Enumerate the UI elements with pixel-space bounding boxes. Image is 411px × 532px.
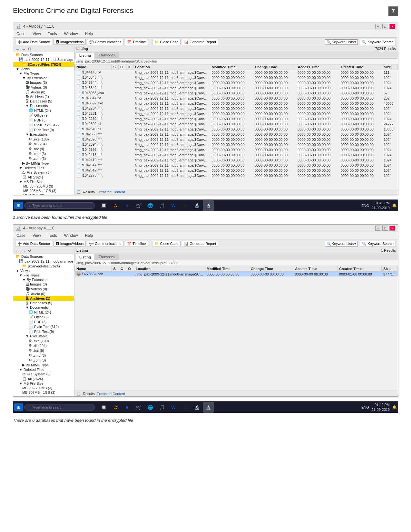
tree-rich-text[interactable]: 📄 Rich Text (9) xyxy=(13,127,74,132)
table-row[interactable]: 📄 f1043814.txt /img_pax-2009-12-11.mdd8-… xyxy=(75,96,398,101)
tree-pdf[interactable]: 📄 PDF (3) xyxy=(13,118,74,122)
tree-mb50[interactable]: MB 50 - 200MB (3) xyxy=(13,184,74,189)
table-row[interactable]: 📄 f1042264.mft /img_pax-2009-12-11.mdd8-… xyxy=(75,106,398,111)
tree-deleted-files-2[interactable]: ▼ Deleted Files xyxy=(13,367,74,372)
table-row[interactable]: 📄 f1042302.dll /img_pax-2009-12-11.mdd8-… xyxy=(75,121,398,127)
tree-audio-2[interactable]: 🎵 Audio (0) xyxy=(13,291,74,296)
col-location-2[interactable]: Location xyxy=(134,266,205,272)
table-row[interactable]: 📄 f1042640.dll /img_pax-2009-12-11.mdd8-… xyxy=(75,127,398,132)
table-row[interactable]: 📄 f1042358.mft /img_pax-2009-12-11.mdd8-… xyxy=(75,132,398,137)
tab-listing-2[interactable]: Listing xyxy=(76,254,94,260)
images-videos-button[interactable]: 🖼 Images/Videos xyxy=(54,39,86,45)
tree-mb203[interactable]: MB 203MB - 1GB (3) xyxy=(13,189,74,193)
tree-cmd[interactable]: ⚙ .cmd (3) xyxy=(13,151,74,156)
taskbar-autopsy-1[interactable]: 🔬 xyxy=(191,200,202,211)
tree-case-folder[interactable]: 💾 pax-2009-12-11.mdd8ammage xyxy=(13,57,74,62)
filter-box-1[interactable]: 🔍 Keyword Lists ▾ xyxy=(325,39,358,45)
tree-by-mime[interactable]: ▶ By MIME Type xyxy=(13,161,74,166)
taskbar-chrome-2[interactable]: 🌐 xyxy=(145,402,156,413)
tree-dll-2[interactable]: ⚙ .dll (294) xyxy=(13,343,74,348)
close-case-button-2[interactable]: 📁 Close Case xyxy=(152,241,181,247)
tree-file-types[interactable]: ▼ File Types xyxy=(13,71,74,76)
menu-tools-1[interactable]: Tools xyxy=(46,31,59,37)
col-name-1[interactable]: Name xyxy=(75,64,112,70)
col-c-2[interactable]: C xyxy=(119,266,126,272)
taskbar-autopsy2-1[interactable]: 🔬 xyxy=(203,200,214,211)
back-button-2[interactable]: ← xyxy=(15,249,21,253)
tree-data-sources-2[interactable]: 📂 Data Sources xyxy=(13,254,74,259)
table-row[interactable]: 📄 f1042281.mft /img_pax-2009-12-11.mdd8-… xyxy=(75,111,398,116)
tree-videos[interactable]: 🎥 Videos (0) xyxy=(13,85,74,90)
tree-plain-text-2[interactable]: 📄 Plain Text (612) xyxy=(13,324,74,329)
tree-file-system-2[interactable]: 🗂 File System (3) xyxy=(13,372,74,376)
taskbar-word-1[interactable]: W xyxy=(168,200,179,211)
tree-documents[interactable]: ▼ Documents xyxy=(13,103,74,108)
table-row[interactable]: 📄 f1043035.java /img_pax-2009-12-11.mdd8… xyxy=(75,91,398,96)
taskbar-cortana-2[interactable]: 🔲 xyxy=(98,402,109,413)
timeline-button-2[interactable]: 📅 Timeline xyxy=(125,241,148,247)
col-created-2[interactable]: Created Time xyxy=(338,266,382,272)
col-c-1[interactable]: C xyxy=(119,64,126,70)
tree-rich-text-2[interactable]: 📄 Rich Text (9) xyxy=(13,329,74,334)
table-row[interactable]: 📄 f1042260.mft /img_pax-2009-12-11.mdd8-… xyxy=(75,116,398,121)
menu-help-2[interactable]: Help xyxy=(83,233,95,238)
minimize-button-2[interactable]: − xyxy=(375,226,381,231)
table-row-cab[interactable]: 📦 f0273664.cab /img_pax-2009-12-11.mdd8-… xyxy=(75,272,398,277)
tree-executable-2[interactable]: ▼ Executable xyxy=(13,334,74,338)
generate-report-button[interactable]: 📊 Generate Report xyxy=(182,39,218,45)
taskbar-autopsy2-2[interactable]: 🔬 xyxy=(203,402,214,413)
start-button-2[interactable]: ⊞ xyxy=(14,403,23,411)
tree-by-extension[interactable]: ▼ By Extension xyxy=(13,76,74,80)
tree-dll[interactable]: ⚙ .dll (294) xyxy=(13,141,74,146)
tree-databases[interactable]: 🗄 Databases (5) xyxy=(13,99,74,103)
tree-html-2[interactable]: 🌐 HTML (24) xyxy=(13,310,74,314)
tab-thumbnail-2[interactable]: Thumbnail xyxy=(95,254,119,260)
tree-com-2[interactable]: ⚙ .com (3) xyxy=(13,358,74,363)
tree-data-sources[interactable]: 📂 Data Sources xyxy=(13,52,74,57)
col-o-1[interactable]: O xyxy=(126,64,133,70)
refresh-button-1[interactable]: ↺ xyxy=(27,47,32,51)
extracted-link-1[interactable]: Extracted Content xyxy=(97,190,125,194)
col-change-2[interactable]: Change Time xyxy=(249,266,293,272)
table-row[interactable]: 📄 f1042398.mft /img_pax-2009-12-11.mdd8-… xyxy=(75,137,398,142)
tree-mb-size[interactable]: ▼ MB File Size xyxy=(13,179,74,184)
tree-com[interactable]: ⚙ .com (3) xyxy=(13,156,74,161)
taskbar-search-box-1[interactable]: ○ Type here to search xyxy=(24,202,95,209)
taskbar-edge-2[interactable]: e xyxy=(122,402,132,413)
taskbar-chrome-1[interactable]: 🌐 xyxy=(145,200,156,211)
menu-window-2[interactable]: Window xyxy=(62,233,80,238)
tree-cmd-2[interactable]: ⚙ .cmd (3) xyxy=(13,353,74,358)
taskbar-cortana-1[interactable]: 🔲 xyxy=(98,200,109,211)
taskbar-app5-1[interactable]: 🎵 xyxy=(156,200,167,211)
tree-mb100-2[interactable]: MB 1GB+ (0) xyxy=(13,395,74,396)
tree-bat-2[interactable]: ⚙ .bat (9) xyxy=(13,348,74,353)
tree-mb100[interactable]: MB 1GB+ (0) xyxy=(13,193,74,195)
tree-plain-text[interactable]: 📄 Plain Text (612) xyxy=(13,122,74,127)
menu-tools-2[interactable]: Tools xyxy=(46,233,59,238)
keyword-search-button-2[interactable]: 🔍 Keyword Search xyxy=(360,241,396,247)
tree-videos-2[interactable]: 🎥 Videos (0) xyxy=(13,286,74,291)
tree-images[interactable]: 🖼 Images (3) xyxy=(13,80,74,85)
tree-mb50-2[interactable]: MB 50 - 200MB (3) xyxy=(13,386,74,390)
restore-button-1[interactable]: □ xyxy=(382,24,388,29)
menu-view-1[interactable]: View xyxy=(31,31,43,37)
communications-button-2[interactable]: 💬 Communications xyxy=(87,241,123,247)
images-videos-button-2[interactable]: 🖼 Images/Videos xyxy=(54,241,86,247)
table-row[interactable]: 📄 f1042278.mft /img_pax-2009-12-11.mdd8-… xyxy=(75,173,398,178)
tree-all-2[interactable]: 📋 All (7624) xyxy=(13,376,74,381)
col-access-2[interactable]: Access Time xyxy=(293,266,338,272)
communications-button[interactable]: 💬 Communications xyxy=(87,39,123,45)
col-modified-2[interactable]: Modified Time xyxy=(205,266,249,272)
taskbar-photos-2[interactable]: 🖼 xyxy=(180,402,191,413)
taskbar-store-1[interactable]: 🛒 xyxy=(133,200,144,211)
tree-scarved[interactable]: 📂 $CarvedFiles (7624) xyxy=(13,62,74,67)
tree-deleted-files[interactable]: ▼ Deleted Files xyxy=(13,166,74,170)
table-row[interactable]: 📄 f1042418.mft /img_pax-2009-12-11.mdd8-… xyxy=(75,152,398,158)
timeline-button[interactable]: 📅 Timeline xyxy=(125,39,148,45)
minimize-button-1[interactable]: − xyxy=(375,24,381,29)
tree-exe[interactable]: ⚙ .exe (100) xyxy=(13,137,74,141)
start-button-1[interactable]: ⊞ xyxy=(14,202,23,209)
tree-html[interactable]: 🌐 HTML (24) xyxy=(13,108,74,113)
close-case-button[interactable]: 📁 Close Case xyxy=(152,39,181,45)
col-o-2[interactable]: O xyxy=(126,266,134,272)
